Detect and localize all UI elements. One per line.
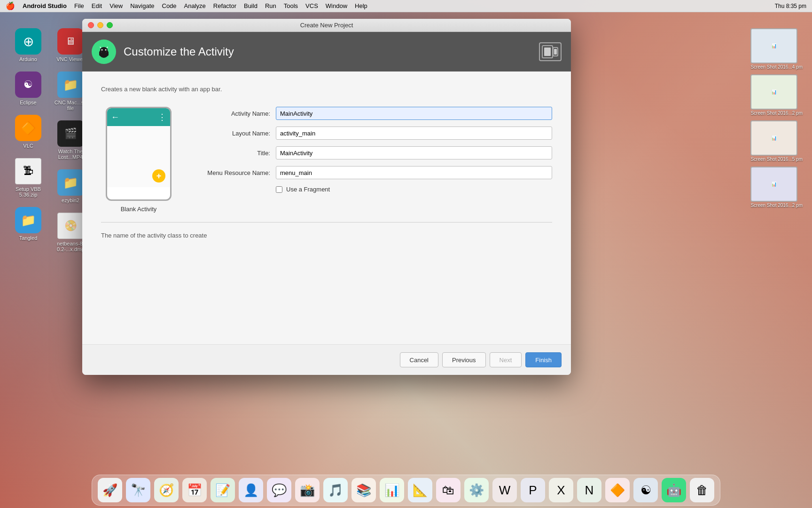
input-title[interactable] bbox=[276, 146, 552, 159]
menu-view[interactable]: View bbox=[109, 2, 123, 9]
desktop-icon-label-vnc: VNC Viewer bbox=[56, 56, 85, 62]
dock-icon-books[interactable]: 📚 bbox=[351, 478, 376, 502]
desktop-icon-label-eclipse: Eclipse bbox=[20, 100, 36, 105]
desktop-icon-label-vlc: VLC bbox=[23, 143, 33, 149]
header-device-icon bbox=[539, 42, 562, 61]
phone-fab: + bbox=[152, 169, 165, 183]
dock-icon-appstore[interactable]: 🛍 bbox=[436, 478, 461, 502]
svg-point-7 bbox=[102, 49, 103, 51]
desktop-icons-right: 📊 Screen Shot 2016...4 pm 📊 Screen Shot … bbox=[750, 28, 803, 208]
menubar: 🍎 Android Studio File Edit View Navigate… bbox=[0, 0, 812, 12]
finish-button[interactable]: Finish bbox=[525, 352, 562, 367]
dock-icon-keynote[interactable]: 📐 bbox=[408, 478, 432, 502]
maximize-button[interactable] bbox=[107, 22, 113, 28]
menu-vcs[interactable]: VCS bbox=[305, 2, 318, 9]
input-menu-resource[interactable] bbox=[276, 166, 552, 179]
svg-rect-12 bbox=[554, 49, 557, 55]
label-menu-resource: Menu Resource Name: bbox=[195, 169, 270, 176]
dock-icon-powerpoint[interactable]: P bbox=[521, 478, 545, 502]
form-row-layout-name: Layout Name: bbox=[195, 127, 552, 140]
menu-file[interactable]: File bbox=[74, 2, 84, 9]
input-layout-name[interactable] bbox=[276, 127, 552, 140]
checkbox-use-fragment[interactable] bbox=[276, 186, 282, 193]
dialog-header-title: Customize the Activity bbox=[124, 45, 234, 58]
menu-code[interactable]: Code bbox=[162, 2, 177, 9]
menu-navigate[interactable]: Navigate bbox=[130, 2, 154, 9]
minimize-button[interactable] bbox=[97, 22, 103, 28]
dock-icon-systemprefs[interactable]: ⚙️ bbox=[464, 478, 489, 502]
desktop-icon-eclipse[interactable]: ☯ Eclipse bbox=[9, 71, 47, 105]
dock-icon-trash[interactable]: 🗑 bbox=[690, 478, 714, 502]
traffic-lights bbox=[88, 22, 113, 28]
button-row: Cancel Previous Next Finish bbox=[82, 344, 571, 375]
desktop-icons-left: ⊕ Arduino ☯ Eclipse 🔶 VLC 🗜 Setup VBB 5.… bbox=[9, 28, 47, 241]
desktop-icon-tangled[interactable]: 📁 Tangled bbox=[9, 207, 47, 241]
dock-icon-notes[interactable]: 📝 bbox=[211, 478, 235, 502]
desktop-icon-label-tangled: Tangled bbox=[19, 235, 38, 241]
phone-label: Blank Activity bbox=[121, 206, 157, 213]
dock-icon-vlc-dock[interactable]: 🔶 bbox=[605, 478, 630, 502]
dock-icon-contacts[interactable]: 👤 bbox=[239, 478, 263, 502]
menubar-right: Thu 8:35 pm bbox=[775, 3, 806, 9]
checkbox-row: Use a Fragment bbox=[195, 186, 552, 193]
phone-body: + bbox=[107, 126, 170, 187]
apple-menu[interactable]: 🍎 bbox=[6, 1, 15, 10]
desktop-icon-zip[interactable]: 🗜 Setup VBB 5.36.zip bbox=[9, 158, 47, 198]
separator bbox=[101, 222, 552, 222]
phone-dots-icon: ⋮ bbox=[158, 112, 166, 122]
dock-icon-safari[interactable]: 🧭 bbox=[154, 478, 179, 502]
dock-icon-word[interactable]: W bbox=[492, 478, 517, 502]
dock-icon-calendar[interactable]: 📅 bbox=[182, 478, 207, 502]
dock-icon-photos[interactable]: 📸 bbox=[295, 478, 320, 502]
form-row-menu-resource: Menu Resource Name: bbox=[195, 166, 552, 179]
menu-items: File Edit View Navigate Code Analyze Ref… bbox=[74, 2, 775, 9]
menu-tools[interactable]: Tools bbox=[284, 2, 298, 9]
input-activity-name[interactable] bbox=[276, 107, 552, 120]
menubar-time: Thu 8:35 pm bbox=[775, 3, 806, 9]
label-title: Title: bbox=[195, 150, 270, 157]
close-button[interactable] bbox=[88, 22, 94, 28]
dock-icon-launchpad[interactable]: 🔭 bbox=[126, 478, 150, 502]
dialog-window: Create New Project Customize the Acti bbox=[82, 19, 571, 375]
form-row-activity-name: Activity Name: bbox=[195, 107, 552, 120]
phone-preview: ← ⋮ + Blank Activity bbox=[101, 107, 176, 213]
menu-window[interactable]: Window bbox=[326, 2, 347, 9]
menu-analyze[interactable]: Analyze bbox=[184, 2, 206, 9]
screenshot-3[interactable]: 📊 Screen Shot 2016...5 pm bbox=[750, 120, 803, 162]
dock-icon-excel[interactable]: X bbox=[549, 478, 573, 502]
checkbox-label-use-fragment[interactable]: Use a Fragment bbox=[286, 186, 330, 193]
menu-edit[interactable]: Edit bbox=[92, 2, 102, 9]
dock-icon-finder[interactable]: 🚀 bbox=[98, 478, 122, 502]
dock-icon-numbers[interactable]: 📊 bbox=[380, 478, 404, 502]
label-layout-name: Layout Name: bbox=[195, 130, 270, 137]
desktop-icon-vlc[interactable]: 🔶 VLC bbox=[9, 115, 47, 149]
form-section: Activity Name: Layout Name: Title: Menu … bbox=[195, 107, 552, 213]
title-bar: Create New Project bbox=[82, 19, 571, 32]
screenshot-1[interactable]: 📊 Screen Shot 2016...4 pm bbox=[750, 28, 803, 70]
menu-run[interactable]: Run bbox=[265, 2, 276, 9]
menu-build[interactable]: Build bbox=[244, 2, 258, 9]
app-name-label[interactable]: Android Studio bbox=[23, 2, 67, 9]
form-row-title: Title: bbox=[195, 146, 552, 159]
cancel-button[interactable]: Cancel bbox=[400, 352, 438, 367]
dock-icon-androidstudio[interactable]: 🤖 bbox=[662, 478, 686, 502]
dock-icon-eclipse-dock[interactable]: ☯ bbox=[633, 478, 658, 502]
previous-button[interactable]: Previous bbox=[442, 352, 486, 367]
dock-icon-onenote[interactable]: N bbox=[577, 478, 601, 502]
dialog-header: Customize the Activity bbox=[82, 32, 571, 71]
desktop-icon-label-zip: Setup VBB 5.36.zip bbox=[11, 186, 45, 198]
screenshot-4[interactable]: 📊 Screen Shot 2016...2 pm bbox=[750, 167, 803, 208]
desktop-icon-label-arduino: Arduino bbox=[19, 56, 37, 62]
phone-toolbar: ← ⋮ bbox=[107, 108, 170, 126]
dock: 🚀 🔭 🧭 📅 📝 👤 💬 📸 🎵 📚 📊 📐 🛍 ⚙️ W P X N 🔶 ☯… bbox=[92, 475, 720, 506]
desktop-icon-arduino[interactable]: ⊕ Arduino bbox=[9, 28, 47, 62]
svg-rect-10 bbox=[544, 48, 551, 56]
dock-icon-messages[interactable]: 💬 bbox=[267, 478, 291, 502]
next-button[interactable]: Next bbox=[490, 352, 522, 367]
menu-help[interactable]: Help bbox=[355, 2, 367, 9]
dock-icon-music[interactable]: 🎵 bbox=[323, 478, 348, 502]
menu-refactor[interactable]: Refactor bbox=[213, 2, 236, 9]
main-content: ← ⋮ + Blank Activity Activity Name: bbox=[101, 107, 552, 213]
screenshot-2[interactable]: 📊 Screen Shot 2016...2 pm bbox=[750, 74, 803, 116]
description-text: Creates a new blank activity with an app… bbox=[101, 86, 552, 93]
